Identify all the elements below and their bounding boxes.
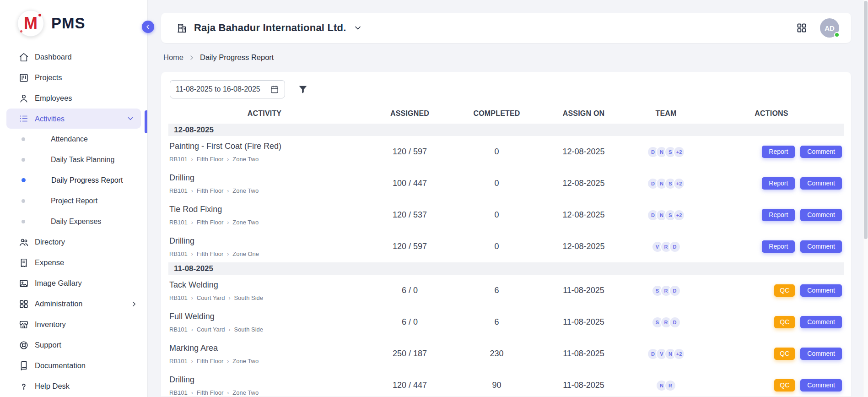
comment-button[interactable]: Comment (800, 209, 842, 221)
table-row: DrillingRB101Fifth FloorZone Two100 / 44… (168, 168, 844, 199)
sidebar-subitem-daily-task-planning[interactable]: Daily Task Planning (0, 149, 147, 170)
scrollbar-thumb[interactable] (864, 1, 868, 239)
assigned-value: 6 / 0 (402, 286, 418, 295)
assigned-cell: 120 / 597 (361, 242, 459, 251)
activity-name: Full Welding (169, 312, 361, 321)
assigned-value: 120 / 597 (393, 242, 427, 251)
report-button[interactable]: Report (762, 177, 795, 190)
table-row: DrillingRB101Fifth FloorZone Two120 / 44… (168, 370, 844, 397)
qc-button[interactable]: QC (774, 348, 795, 360)
assign-on-cell: 11-08-2025 (534, 317, 633, 327)
comment-button[interactable]: Comment (800, 177, 842, 190)
team-cell: DNS+2 (633, 146, 699, 158)
actions-cell: QCComment (699, 348, 844, 360)
assign-on-value: 11-08-2025 (563, 317, 604, 326)
comment-button[interactable]: Comment (800, 316, 842, 328)
sidebar-item-help-desk[interactable]: Help Desk (0, 376, 147, 397)
topbar-right: AD (796, 18, 839, 38)
main-content: Raja Bahadur International Ltd. AD Home … (148, 0, 864, 397)
breadcrumb: Home Daily Progress Report (163, 53, 864, 62)
chevron-down-icon (126, 114, 135, 123)
sidebar-item-activities[interactable]: Activities (6, 109, 141, 129)
activity-path-segment: Zone Two (223, 389, 259, 396)
team-extra-badge[interactable]: +2 (673, 178, 685, 190)
assign-on-cell: 12-08-2025 (534, 242, 633, 251)
assign-on-cell: 12-08-2025 (534, 147, 633, 157)
activity-name: Tack Welding (169, 280, 361, 290)
activities-submenu: AttendanceDaily Task PlanningDaily Progr… (0, 129, 147, 232)
activity-path-segment: Zone Two (223, 358, 259, 364)
sidebar-collapse-button[interactable] (142, 21, 154, 33)
company-selector[interactable]: Raja Bahadur International Ltd. (177, 22, 362, 34)
sidebar-item-administration[interactable]: Administration (0, 294, 147, 314)
assign-on-value: 12-08-2025 (562, 210, 604, 219)
report-card: 11-08-2025 to 16-08-2025 ACTIVITYASSIGNE… (161, 72, 851, 397)
assign-on-cell: 12-08-2025 (534, 210, 633, 220)
report-button[interactable]: Report (762, 146, 795, 158)
breadcrumb-home[interactable]: Home (163, 53, 183, 62)
team-extra-badge[interactable]: +2 (673, 146, 685, 158)
toolbar: 11-08-2025 to 16-08-2025 (170, 80, 844, 98)
avatar-initials: AD (825, 24, 835, 32)
assigned-value: 6 / 0 (402, 317, 418, 326)
comment-button[interactable]: Comment (800, 240, 842, 253)
assign-on-value: 11-08-2025 (563, 286, 604, 295)
table-row: DrillingRB101Fifth FloorZone One120 / 59… (168, 231, 844, 262)
filter-icon[interactable] (298, 84, 308, 94)
comment-button[interactable]: Comment (800, 146, 842, 158)
sidebar-item-support[interactable]: Support (0, 335, 147, 355)
completed-value: 90 (492, 381, 501, 390)
qc-button[interactable]: QC (774, 379, 795, 392)
team-extra-badge[interactable]: +2 (673, 348, 685, 360)
table-row: Marking AreaRB101Fifth FloorZone Two250 … (168, 338, 844, 370)
sidebar-subitem-project-report[interactable]: Project Report (0, 190, 147, 211)
sidebar-item-expense[interactable]: Expense (0, 252, 147, 273)
comment-button[interactable]: Comment (800, 348, 842, 360)
activity-path: RB101Fifth FloorZone Two (169, 187, 361, 194)
bullet-icon (22, 137, 25, 141)
sidebar-item-inventory[interactable]: Inventory (0, 314, 147, 335)
table-body: 12-08-2025Painting - First Coat (Fire Re… (168, 124, 844, 397)
sidebar-menu: DashboardProjectsEmployeesActivitiesAtte… (0, 44, 147, 397)
activity-path-segment: RB101 (169, 294, 188, 301)
app-title: PMS (51, 15, 86, 32)
sidebar-item-employees[interactable]: Employees (0, 88, 147, 109)
sidebar-item-documentation[interactable]: Documentation (0, 355, 147, 376)
sidebar-item-label: Inventory (35, 320, 66, 329)
comment-button[interactable]: Comment (800, 284, 842, 297)
sidebar-subitem-attendance[interactable]: Attendance (0, 129, 147, 149)
bullet-icon (22, 158, 25, 162)
sidebar-subitem-daily-progress-report[interactable]: Daily Progress Report (0, 170, 147, 190)
date-range-input[interactable]: 11-08-2025 to 16-08-2025 (170, 80, 285, 98)
team-avatar: D (669, 285, 681, 297)
sidebar-item-dashboard[interactable]: Dashboard (0, 47, 147, 67)
assigned-cell: 6 / 0 (361, 286, 459, 295)
apps-grid-icon[interactable] (796, 22, 807, 33)
completed-cell: 230 (459, 349, 534, 359)
activity-cell: DrillingRB101Fifth FloorZone Two (168, 173, 361, 194)
qc-button[interactable]: QC (774, 316, 795, 328)
date-range-value: 11-08-2025 to 16-08-2025 (176, 85, 260, 93)
qc-button[interactable]: QC (774, 284, 795, 297)
sidebar-item-projects[interactable]: Projects (0, 67, 147, 88)
report-button[interactable]: Report (762, 240, 795, 253)
sidebar-subitem-daily-expenses[interactable]: Daily Expenses (0, 211, 147, 232)
bullet-icon (22, 178, 26, 182)
user-avatar[interactable]: AD (820, 18, 839, 38)
activity-path-segment: RB101 (169, 250, 188, 257)
report-button[interactable]: Report (762, 209, 795, 221)
team-cell: VRD (633, 241, 699, 253)
team-extra-badge[interactable]: +2 (673, 209, 685, 221)
completed-value: 0 (494, 179, 499, 188)
activity-cell: DrillingRB101Fifth FloorZone One (168, 236, 361, 257)
list-icon (19, 114, 29, 124)
comment-button[interactable]: Comment (800, 379, 842, 392)
assigned-value: 120 / 597 (393, 147, 427, 156)
sidebar-item-image-gallary[interactable]: Image Gallary (0, 273, 147, 294)
sidebar-subitem-label: Daily Progress Report (51, 176, 123, 185)
completed-cell: 90 (459, 381, 534, 390)
activity-path: RB101Fifth FloorZone Two (169, 219, 361, 226)
activity-path-segment: Zone One (223, 250, 259, 257)
sidebar-item-directory[interactable]: Directory (0, 232, 147, 252)
activity-name: Drilling (169, 236, 361, 246)
